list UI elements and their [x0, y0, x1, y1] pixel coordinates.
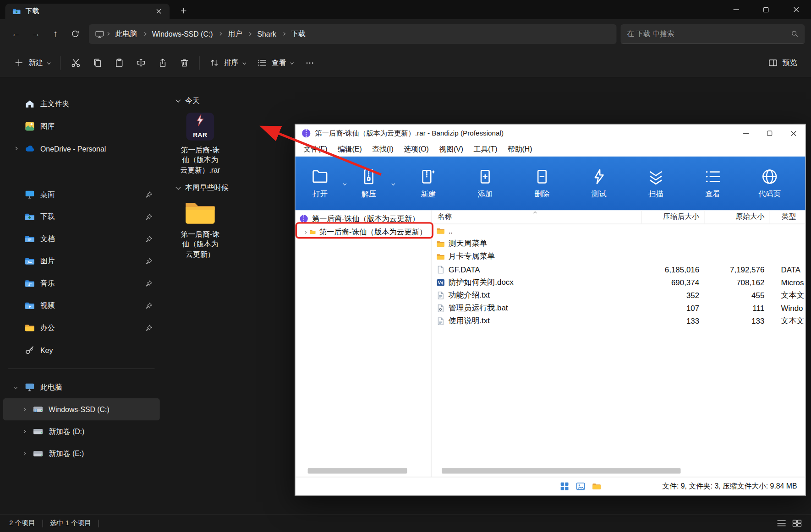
sidebar-item-drive-c[interactable]: Windows-SSD (C:)	[3, 398, 160, 421]
details-view-icon[interactable]	[777, 520, 786, 527]
add-icon	[477, 168, 494, 185]
sidebar-item-office[interactable]: 办公	[3, 317, 160, 339]
scan-button[interactable]: 扫描	[627, 168, 684, 199]
breadcrumb-downloads[interactable]: 下载	[288, 27, 309, 40]
tree-horizontal-scrollbar[interactable]	[308, 468, 407, 473]
column-header-compressed-size[interactable]: 压缩后大小	[641, 210, 705, 223]
menu-help[interactable]: 帮助(H)	[503, 143, 537, 156]
view-button[interactable]: 查看	[684, 168, 741, 199]
extract-button[interactable]: 解压	[351, 168, 386, 199]
archive-row-file[interactable]: 使用说明.txt 133 133 文本文	[431, 315, 805, 327]
bandizip-title-bar[interactable]: 第一后裔-诛仙（版本为云更新）.rar - Bandizip (Professi…	[296, 125, 806, 142]
sidebar-item-pictures[interactable]: 图片	[3, 250, 160, 272]
maximize-icon[interactable]	[758, 125, 782, 142]
tree-root-item[interactable]: 第一后裔-诛仙（版本为云更新）	[296, 212, 431, 225]
copy-icon	[92, 58, 102, 67]
folder-name: 第一后裔-诛仙（版本为云更新）	[179, 229, 222, 259]
refresh-icon[interactable]	[65, 25, 85, 43]
sidebar-item-desktop[interactable]: 桌面	[3, 184, 160, 206]
explorer-tab-downloads[interactable]: 下载	[5, 4, 170, 19]
sidebar-item-music[interactable]: 音乐	[3, 272, 160, 295]
list-horizontal-scrollbar[interactable]	[442, 468, 681, 473]
new-button[interactable]: 新建	[8, 54, 56, 71]
sidebar-item-videos[interactable]: 视频	[3, 294, 160, 317]
tree-folder-item[interactable]: 第一后裔-诛仙（版本为云更新）	[296, 225, 431, 239]
codepage-button[interactable]: 代码页	[741, 168, 798, 199]
breadcrumb-users[interactable]: 用户	[224, 27, 246, 40]
new-archive-button[interactable]: 新建	[400, 168, 457, 199]
archive-row-folder[interactable]: 月卡专属菜单	[431, 250, 805, 263]
sidebar-item-documents[interactable]: 文档	[3, 228, 160, 250]
preview-button[interactable]: 预览	[762, 54, 803, 71]
delete-button[interactable]	[173, 53, 195, 73]
forward-icon[interactable]: →	[26, 25, 45, 43]
group-header-today[interactable]: 今天	[176, 96, 811, 105]
delete-icon	[533, 168, 551, 185]
minimize-icon[interactable]	[721, 0, 751, 19]
test-button[interactable]: 测试	[570, 168, 627, 199]
search-box[interactable]	[621, 24, 805, 43]
sidebar-item-home[interactable]: 主文件夹	[3, 93, 160, 115]
menu-file[interactable]: 文件(F)	[298, 143, 332, 156]
paste-button[interactable]	[108, 53, 130, 73]
archive-row-parent[interactable]: ..	[431, 224, 805, 237]
sidebar-item-key[interactable]: Key	[3, 339, 160, 361]
archive-row-file[interactable]: 功能介绍.txt 352 455 文本文	[431, 289, 805, 302]
column-header-type[interactable]: 类型	[770, 210, 806, 223]
sidebar-item-drive-e[interactable]: 新加卷 (E:)	[3, 443, 160, 465]
image-preview-toggle[interactable]	[576, 482, 585, 491]
delete-button[interactable]: 删除	[514, 168, 570, 199]
column-header-original-size[interactable]: 原始大小	[704, 210, 769, 223]
up-icon[interactable]: ↑	[45, 25, 65, 43]
menu-edit[interactable]: 编辑(E)	[333, 143, 367, 156]
copy-button[interactable]	[87, 53, 108, 73]
sidebar-label: OneDrive - Personal	[40, 144, 106, 152]
sidebar-item-drive-d[interactable]: 新加卷 (D:)	[3, 420, 160, 443]
search-icon[interactable]	[791, 30, 799, 38]
new-tab-button[interactable]	[176, 4, 192, 17]
compressed-size: 107	[641, 304, 705, 312]
sidebar-item-this-pc[interactable]: 此电脑	[3, 376, 160, 398]
minimize-icon[interactable]	[734, 125, 758, 142]
icon-view-toggle[interactable]	[560, 482, 569, 491]
share-button[interactable]	[152, 53, 173, 73]
pin-icon	[145, 280, 153, 287]
tab-close-icon[interactable]	[153, 5, 164, 17]
cut-button[interactable]	[65, 53, 86, 73]
extract-dropdown-icon[interactable]	[386, 168, 400, 199]
open-dropdown-icon[interactable]	[338, 168, 351, 199]
archive-row-file[interactable]: GF.DATA 6,185,016 7,192,576 DATA	[431, 263, 805, 276]
menu-find[interactable]: 查找(I)	[367, 143, 399, 156]
breadcrumb-this-pc[interactable]: 此电脑	[112, 27, 141, 40]
archive-row-folder[interactable]: 测天周菜单	[431, 237, 805, 250]
thumbnail-view-icon[interactable]	[792, 520, 801, 527]
folder-view-toggle[interactable]	[592, 482, 601, 491]
breadcrumb-shark[interactable]: Shark	[254, 27, 280, 40]
view-label: 查看	[272, 58, 286, 67]
close-icon[interactable]	[782, 125, 806, 142]
sidebar-item-gallery[interactable]: 图库	[3, 115, 160, 138]
menu-view[interactable]: 视图(V)	[434, 143, 468, 156]
more-button[interactable]	[299, 53, 320, 73]
archive-row-file[interactable]: 防护如何关闭.docx 690,374 708,162 Micros	[431, 276, 805, 288]
address-bar[interactable]: 此电脑 Windows-SSD (C:) 用户 Shark 下载	[89, 24, 616, 43]
search-input[interactable]	[627, 29, 787, 38]
sidebar-item-downloads[interactable]: 下载	[3, 206, 160, 228]
menu-tools[interactable]: 工具(T)	[468, 143, 502, 156]
rename-button[interactable]	[130, 53, 151, 73]
close-icon[interactable]	[781, 0, 811, 19]
open-button[interactable]: 打开	[302, 168, 338, 199]
archive-row-file[interactable]: 管理员运行我.bat 107 111 Windo	[431, 302, 805, 315]
maximize-icon[interactable]	[751, 0, 781, 19]
file-tile-rar[interactable]: RAR 第一后裔-诛仙（版本为云更新）.rar	[173, 113, 227, 175]
back-icon[interactable]: ←	[6, 25, 26, 43]
file-tile-folder[interactable]: 第一后裔-诛仙（版本为云更新）	[173, 200, 227, 260]
view-button[interactable]: 查看	[252, 54, 299, 71]
sort-label: 排序	[224, 58, 239, 67]
add-button[interactable]: 添加	[457, 168, 514, 199]
menu-options[interactable]: 选项(O)	[399, 143, 434, 156]
tool-label: 删除	[535, 189, 550, 199]
sort-button[interactable]: 排序	[204, 54, 252, 71]
breadcrumb-drive-c[interactable]: Windows-SSD (C:)	[148, 27, 216, 40]
sidebar-item-onedrive[interactable]: OneDrive - Personal	[3, 137, 160, 160]
